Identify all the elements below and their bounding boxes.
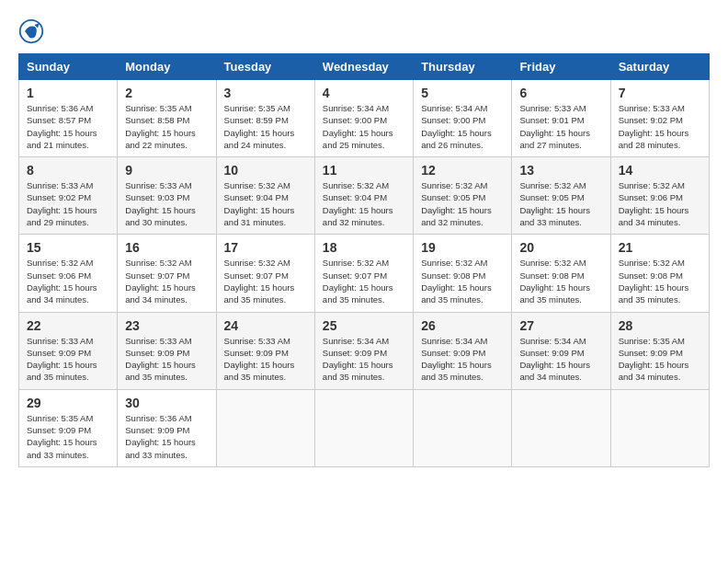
day-info: Sunrise: 5:32 AM Sunset: 9:08 PM Dayligh… [619, 257, 701, 305]
day-number: 5 [421, 86, 504, 100]
day-number: 11 [323, 163, 405, 178]
calendar-cell: 26Sunrise: 5:34 AM Sunset: 9:09 PM Dayli… [414, 312, 512, 389]
calendar-cell: 25Sunrise: 5:34 AM Sunset: 9:09 PM Dayli… [314, 312, 413, 389]
calendar-cell [216, 389, 314, 466]
calendar-cell: 18Sunrise: 5:32 AM Sunset: 9:07 PM Dayli… [314, 235, 413, 312]
calendar-cell [314, 389, 413, 466]
day-info: Sunrise: 5:36 AM Sunset: 8:57 PM Dayligh… [27, 102, 109, 151]
day-info: Sunrise: 5:33 AM Sunset: 9:09 PM Dayligh… [27, 335, 109, 384]
logo [18, 18, 48, 44]
day-number: 7 [619, 86, 701, 100]
day-info: Sunrise: 5:32 AM Sunset: 9:05 PM Dayligh… [421, 179, 504, 228]
calendar-cell: 2Sunrise: 5:35 AM Sunset: 8:58 PM Daylig… [118, 80, 216, 157]
day-number: 20 [519, 240, 602, 255]
day-number: 4 [323, 86, 405, 100]
calendar-cell: 27Sunrise: 5:34 AM Sunset: 9:09 PM Dayli… [512, 312, 610, 389]
calendar-week-row: 1Sunrise: 5:36 AM Sunset: 8:57 PM Daylig… [19, 80, 710, 157]
day-info: Sunrise: 5:33 AM Sunset: 9:02 PM Dayligh… [27, 179, 109, 228]
calendar-cell: 19Sunrise: 5:32 AM Sunset: 9:08 PM Dayli… [414, 235, 512, 312]
day-info: Sunrise: 5:35 AM Sunset: 9:09 PM Dayligh… [27, 412, 109, 461]
day-info: Sunrise: 5:32 AM Sunset: 9:04 PM Dayligh… [224, 179, 307, 228]
day-number: 29 [27, 396, 109, 410]
day-info: Sunrise: 5:35 AM Sunset: 8:59 PM Dayligh… [224, 102, 307, 151]
calendar-cell: 6Sunrise: 5:33 AM Sunset: 9:01 PM Daylig… [512, 80, 610, 157]
day-number: 16 [125, 240, 208, 255]
calendar-cell: 23Sunrise: 5:33 AM Sunset: 9:09 PM Dayli… [118, 312, 216, 389]
calendar-cell: 14Sunrise: 5:32 AM Sunset: 9:06 PM Dayli… [610, 157, 709, 235]
day-number: 6 [519, 86, 602, 100]
day-number: 1 [27, 86, 109, 100]
column-header-thursday: Thursday [414, 54, 512, 80]
page-header [18, 18, 710, 44]
calendar-table: SundayMondayTuesdayWednesdayThursdayFrid… [18, 53, 710, 467]
day-info: Sunrise: 5:32 AM Sunset: 9:08 PM Dayligh… [519, 257, 602, 305]
calendar-cell: 7Sunrise: 5:33 AM Sunset: 9:02 PM Daylig… [610, 80, 709, 157]
day-number: 27 [519, 318, 602, 333]
calendar-cell: 15Sunrise: 5:32 AM Sunset: 9:06 PM Dayli… [19, 235, 118, 312]
logo-icon [18, 18, 44, 44]
day-info: Sunrise: 5:32 AM Sunset: 9:07 PM Dayligh… [323, 257, 405, 305]
day-number: 19 [421, 240, 504, 255]
calendar-week-row: 29Sunrise: 5:35 AM Sunset: 9:09 PM Dayli… [19, 389, 710, 466]
day-info: Sunrise: 5:33 AM Sunset: 9:02 PM Dayligh… [619, 102, 701, 151]
calendar-header-row: SundayMondayTuesdayWednesdayThursdayFrid… [19, 54, 710, 80]
column-header-wednesday: Wednesday [314, 54, 413, 80]
calendar-cell: 1Sunrise: 5:36 AM Sunset: 8:57 PM Daylig… [19, 80, 118, 157]
day-number: 3 [224, 86, 307, 100]
column-header-friday: Friday [512, 54, 610, 80]
day-info: Sunrise: 5:33 AM Sunset: 9:01 PM Dayligh… [519, 102, 602, 151]
calendar-cell: 8Sunrise: 5:33 AM Sunset: 9:02 PM Daylig… [19, 157, 118, 235]
day-number: 9 [125, 163, 208, 178]
calendar-cell: 12Sunrise: 5:32 AM Sunset: 9:05 PM Dayli… [414, 157, 512, 235]
day-info: Sunrise: 5:33 AM Sunset: 9:09 PM Dayligh… [224, 335, 307, 384]
day-number: 15 [27, 240, 109, 255]
column-header-sunday: Sunday [19, 54, 118, 80]
calendar-week-row: 8Sunrise: 5:33 AM Sunset: 9:02 PM Daylig… [19, 157, 710, 235]
day-info: Sunrise: 5:32 AM Sunset: 9:06 PM Dayligh… [27, 257, 109, 305]
calendar-cell: 30Sunrise: 5:36 AM Sunset: 9:09 PM Dayli… [118, 389, 216, 466]
day-number: 10 [224, 163, 307, 178]
calendar-cell: 4Sunrise: 5:34 AM Sunset: 9:00 PM Daylig… [314, 80, 413, 157]
calendar-cell: 22Sunrise: 5:33 AM Sunset: 9:09 PM Dayli… [19, 312, 118, 389]
calendar-cell: 16Sunrise: 5:32 AM Sunset: 9:07 PM Dayli… [118, 235, 216, 312]
calendar-week-row: 15Sunrise: 5:32 AM Sunset: 9:06 PM Dayli… [19, 235, 710, 312]
day-number: 25 [323, 318, 405, 333]
day-info: Sunrise: 5:32 AM Sunset: 9:04 PM Dayligh… [323, 179, 405, 228]
column-header-tuesday: Tuesday [216, 54, 314, 80]
day-number: 2 [125, 86, 208, 100]
day-info: Sunrise: 5:34 AM Sunset: 9:00 PM Dayligh… [421, 102, 504, 151]
day-number: 8 [27, 163, 109, 178]
calendar-cell [610, 389, 709, 466]
calendar-cell [512, 389, 610, 466]
day-number: 24 [224, 318, 307, 333]
day-number: 30 [125, 396, 208, 410]
day-info: Sunrise: 5:34 AM Sunset: 9:09 PM Dayligh… [519, 335, 602, 384]
calendar-cell: 29Sunrise: 5:35 AM Sunset: 9:09 PM Dayli… [19, 389, 118, 466]
calendar-cell: 9Sunrise: 5:33 AM Sunset: 9:03 PM Daylig… [118, 157, 216, 235]
day-number: 12 [421, 163, 504, 178]
day-info: Sunrise: 5:34 AM Sunset: 9:09 PM Dayligh… [421, 335, 504, 384]
day-info: Sunrise: 5:35 AM Sunset: 8:58 PM Dayligh… [125, 102, 208, 151]
day-number: 22 [27, 318, 109, 333]
calendar-cell: 24Sunrise: 5:33 AM Sunset: 9:09 PM Dayli… [216, 312, 314, 389]
calendar-cell: 3Sunrise: 5:35 AM Sunset: 8:59 PM Daylig… [216, 80, 314, 157]
day-number: 28 [619, 318, 701, 333]
day-info: Sunrise: 5:32 AM Sunset: 9:08 PM Dayligh… [421, 257, 504, 305]
day-info: Sunrise: 5:35 AM Sunset: 9:09 PM Dayligh… [619, 335, 701, 384]
calendar-cell: 21Sunrise: 5:32 AM Sunset: 9:08 PM Dayli… [610, 235, 709, 312]
calendar-cell: 5Sunrise: 5:34 AM Sunset: 9:00 PM Daylig… [414, 80, 512, 157]
calendar-cell: 10Sunrise: 5:32 AM Sunset: 9:04 PM Dayli… [216, 157, 314, 235]
calendar-week-row: 22Sunrise: 5:33 AM Sunset: 9:09 PM Dayli… [19, 312, 710, 389]
day-number: 18 [323, 240, 405, 255]
day-info: Sunrise: 5:33 AM Sunset: 9:09 PM Dayligh… [125, 335, 208, 384]
calendar-cell: 11Sunrise: 5:32 AM Sunset: 9:04 PM Dayli… [314, 157, 413, 235]
calendar-cell: 28Sunrise: 5:35 AM Sunset: 9:09 PM Dayli… [610, 312, 709, 389]
day-number: 13 [519, 163, 602, 178]
day-info: Sunrise: 5:32 AM Sunset: 9:07 PM Dayligh… [125, 257, 208, 305]
day-number: 17 [224, 240, 307, 255]
day-info: Sunrise: 5:32 AM Sunset: 9:06 PM Dayligh… [619, 179, 701, 228]
calendar-cell: 20Sunrise: 5:32 AM Sunset: 9:08 PM Dayli… [512, 235, 610, 312]
day-info: Sunrise: 5:32 AM Sunset: 9:07 PM Dayligh… [224, 257, 307, 305]
calendar-cell: 17Sunrise: 5:32 AM Sunset: 9:07 PM Dayli… [216, 235, 314, 312]
day-info: Sunrise: 5:32 AM Sunset: 9:05 PM Dayligh… [519, 179, 602, 228]
